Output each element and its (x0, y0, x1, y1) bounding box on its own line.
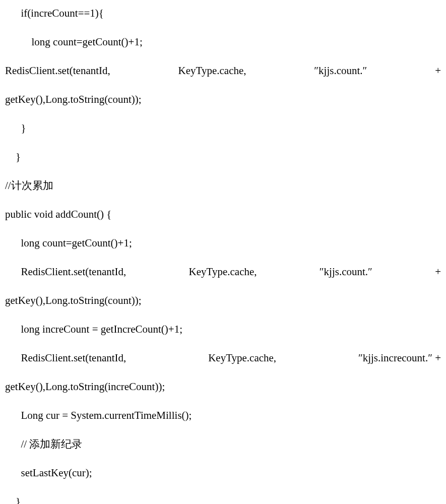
code-line: getKey(),Long.toString(count)); (5, 94, 441, 105)
code-line: //计次累加 (5, 180, 441, 191)
code-line: } (5, 496, 441, 504)
code-segment: KeyType.cache, (189, 267, 257, 277)
code-line: if(increCount==1){ (5, 8, 441, 19)
code-segment: + (435, 267, 441, 277)
code-segment: ″kjjs.count.″ (314, 66, 367, 76)
code-line: } (5, 152, 441, 162)
code-line: long count=getCount()+1; (5, 238, 441, 248)
code-line: public void addCount() { (5, 209, 441, 220)
code-segment: KeyType.cache, (178, 66, 246, 76)
code-line: } (5, 123, 441, 134)
code-line: long increCount = getIncreCount()+1; (5, 324, 441, 335)
code-line: getKey(),Long.toString(count)); (5, 295, 441, 306)
code-line: setLastKey(cur); (5, 468, 441, 478)
code-segment: ″kjjs.count.″ (320, 267, 372, 277)
code-line: getKey(),Long.toString(increCount)); (5, 382, 441, 392)
code-segment: RedisClient.set(tenantId, (5, 353, 126, 363)
code-line: RedisClient.set(tenantId, KeyType.cache,… (5, 353, 441, 363)
code-line: RedisClient.set(tenantId, KeyType.cache,… (5, 267, 441, 277)
code-segment: KeyType.cache, (208, 353, 276, 363)
code-line: long count=getCount()+1; (5, 37, 441, 47)
code-line: // 添加新纪录 (5, 439, 441, 450)
code-segment: RedisClient.set(tenantId, (5, 267, 126, 277)
code-segment: ″kjjs.increcount.″ + (358, 353, 441, 363)
code-line: RedisClient.set(tenantId, KeyType.cache,… (5, 66, 441, 76)
code-block: if(increCount==1){ long count=getCount()… (0, 0, 446, 504)
code-segment: RedisClient.set(tenantId, (5, 66, 110, 76)
code-line: Long cur = System.currentTimeMillis(); (5, 410, 441, 421)
code-segment: + (435, 66, 441, 76)
